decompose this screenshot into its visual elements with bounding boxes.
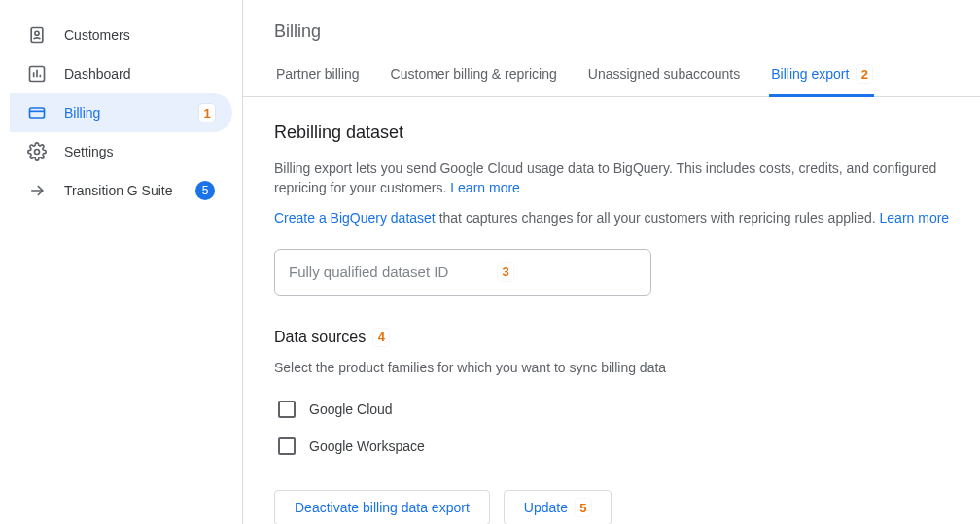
- callout-1: 1: [199, 104, 215, 122]
- callout-4: 4: [373, 329, 389, 346]
- page-title: Billing: [274, 21, 980, 42]
- datasources-subtext: Select the product families for which yo…: [274, 358, 974, 377]
- rebilling-desc-text: Billing export lets you send Google Clou…: [274, 160, 936, 195]
- button-row: Deactivate billing data export Update 5: [274, 490, 980, 524]
- dataset-id-row: 3: [274, 249, 980, 296]
- sidebar: Customers Dashboard Billing 1: [0, 0, 243, 524]
- transition-badge: 5: [195, 181, 215, 200]
- checkbox[interactable]: [278, 401, 296, 418]
- dataset-id-input[interactable]: [274, 249, 651, 296]
- datasource-option-google-cloud[interactable]: Google Cloud: [274, 391, 980, 428]
- datasource-option-google-workspace[interactable]: Google Workspace: [274, 428, 980, 465]
- sidebar-item-dashboard[interactable]: Dashboard: [10, 54, 232, 93]
- tab-label: Unassigned subaccounts: [588, 66, 740, 82]
- tab-customer-billing[interactable]: Customer billing & repricing: [389, 57, 559, 97]
- create-bigquery-link[interactable]: Create a BigQuery dataset: [274, 210, 436, 226]
- tab-partner-billing[interactable]: Partner billing: [274, 57, 362, 97]
- sidebar-item-label: Customers: [64, 27, 215, 43]
- main-area: Billing Partner billing Customer billing…: [243, 0, 980, 524]
- svg-point-1: [35, 31, 39, 35]
- tab-label: Billing export: [771, 66, 849, 82]
- update-button[interactable]: Update 5: [504, 490, 612, 524]
- sidebar-item-transition[interactable]: Transition G Suite 5: [10, 171, 232, 210]
- callout-2: 2: [857, 65, 872, 83]
- callout-3: 3: [498, 263, 513, 281]
- svg-point-4: [35, 150, 40, 155]
- learn-more-link-2[interactable]: Learn more: [880, 210, 950, 226]
- arrow-right-icon: [27, 181, 47, 200]
- learn-more-link-1[interactable]: Learn more: [450, 180, 520, 195]
- sidebar-item-settings[interactable]: Settings: [10, 132, 232, 171]
- checkbox-label: Google Workspace: [309, 438, 425, 454]
- datasources-heading-row: Data sources 4: [274, 329, 980, 346]
- sidebar-item-label: Settings: [64, 144, 215, 159]
- deactivate-button[interactable]: Deactivate billing data export: [274, 490, 490, 524]
- button-label: Update: [524, 500, 568, 515]
- rebilling-create-line: Create a BigQuery dataset that captures …: [274, 208, 974, 227]
- sidebar-item-label: Dashboard: [64, 66, 215, 82]
- sidebar-item-customers[interactable]: Customers: [10, 16, 232, 54]
- app-root: Customers Dashboard Billing 1: [0, 0, 980, 524]
- settings-icon: [27, 142, 47, 161]
- tab-label: Partner billing: [276, 66, 360, 82]
- button-label: Deactivate billing data export: [295, 500, 470, 515]
- sidebar-item-billing[interactable]: Billing 1: [10, 93, 232, 132]
- rebilling-create-rest: that captures changes for all your custo…: [436, 210, 880, 226]
- tab-unassigned-subaccounts[interactable]: Unassigned subaccounts: [586, 57, 742, 97]
- callout-5: 5: [576, 499, 591, 516]
- billing-icon: [27, 103, 47, 122]
- tab-label: Customer billing & repricing: [391, 66, 557, 82]
- dashboard-icon: [27, 64, 47, 84]
- checkbox[interactable]: [278, 437, 296, 455]
- tab-billing-export[interactable]: Billing export 2: [769, 57, 874, 97]
- sidebar-item-label: Billing: [64, 105, 192, 121]
- svg-rect-3: [30, 108, 45, 118]
- checkbox-label: Google Cloud: [309, 402, 393, 417]
- sidebar-item-label: Transition G Suite: [64, 183, 190, 198]
- rebilling-heading: Rebilling dataset: [274, 122, 980, 143]
- rebilling-desc: Billing export lets you send Google Clou…: [274, 158, 974, 198]
- tabs: Partner billing Customer billing & repri…: [243, 57, 980, 97]
- customers-icon: [27, 25, 47, 45]
- datasources-heading: Data sources: [274, 329, 366, 346]
